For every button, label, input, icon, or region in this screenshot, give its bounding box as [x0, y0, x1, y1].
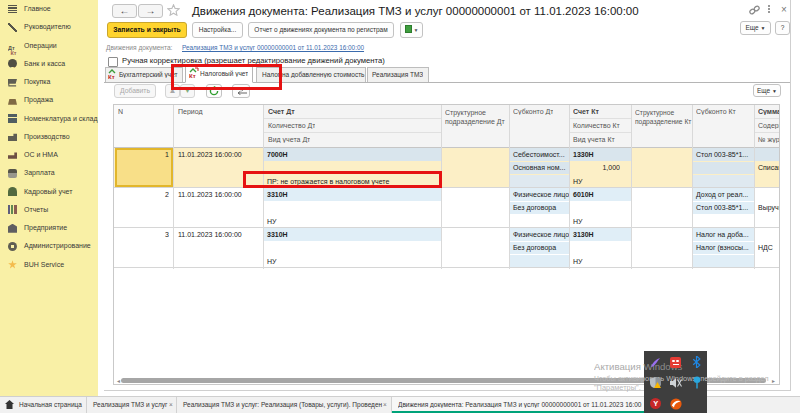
- svg-text:Кт: Кт: [108, 74, 115, 79]
